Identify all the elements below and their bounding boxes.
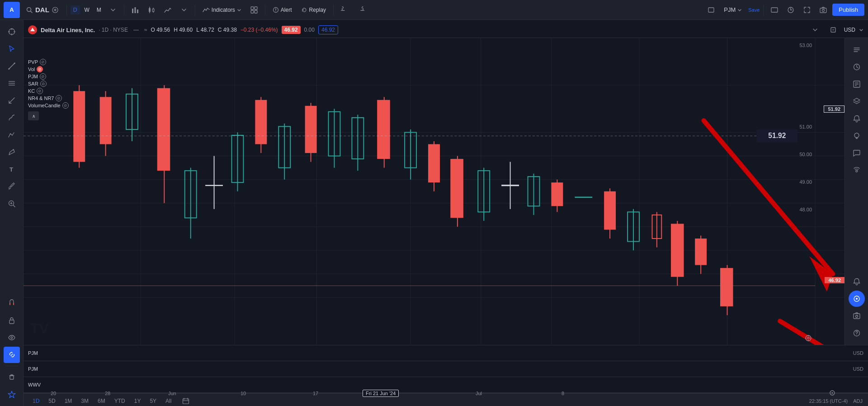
stock-logo: [28, 25, 37, 34]
ideas-icon[interactable]: [849, 128, 865, 144]
save-label[interactable]: Save: [748, 7, 760, 13]
kc-visibility-toggle[interactable]: ⊘: [37, 88, 43, 94]
favorites-tool[interactable]: [4, 386, 20, 402]
tf-M[interactable]: M: [94, 5, 104, 14]
crosshair-target-btn[interactable]: [829, 390, 835, 397]
indicators-icon: [203, 6, 210, 14]
pjm-visibility-toggle[interactable]: ⊘: [40, 73, 46, 80]
price-49: 49.00: [799, 179, 812, 185]
camera-icon[interactable]: [816, 3, 830, 17]
chart-type-dropdown[interactable]: [177, 3, 191, 17]
time-label-28: 28: [105, 391, 110, 396]
gann-tool[interactable]: [4, 92, 20, 109]
line-tool[interactable]: [4, 58, 20, 74]
indicators-collapse[interactable]: ∧: [28, 111, 39, 120]
sub-panel-pjm-1: PJM USD: [24, 345, 868, 361]
alert-icon: [273, 7, 279, 13]
rectangle-icon[interactable]: [704, 3, 718, 17]
profile-dropdown[interactable]: PJM: [720, 5, 745, 15]
tf-D[interactable]: D: [71, 5, 80, 14]
screenshot-sidebar-icon[interactable]: [849, 308, 865, 324]
watchlist-icon[interactable]: [849, 42, 865, 58]
divider-5: [333, 5, 334, 15]
broadcast-icon[interactable]: [849, 162, 865, 178]
notification-sidebar-icon[interactable]: [849, 273, 865, 290]
nr4nr7-visibility-toggle[interactable]: ⊘: [56, 95, 62, 101]
svg-rect-6: [134, 7, 136, 13]
price-scale-fit[interactable]: [826, 23, 840, 37]
screener-icon[interactable]: [783, 3, 798, 17]
timeframe-dropdown[interactable]: [106, 3, 120, 17]
parallel-lines-tool[interactable]: [4, 75, 20, 91]
tf-5d[interactable]: 5D: [45, 396, 59, 406]
sub-panel-label-pjm-2: PJM: [28, 366, 38, 372]
candle-icon[interactable]: [144, 3, 159, 17]
tf-5y[interactable]: 5Y: [146, 396, 160, 406]
data-window-icon[interactable]: [849, 76, 865, 92]
tf-ytd[interactable]: YTD: [111, 396, 129, 406]
volumecandle-visibility-toggle[interactable]: ⊘: [62, 102, 69, 109]
tf-W[interactable]: W: [82, 5, 92, 14]
replay-button[interactable]: Replay: [297, 5, 330, 15]
pvp-visibility-toggle[interactable]: ⊘: [40, 59, 46, 65]
chat-icon[interactable]: [849, 145, 865, 161]
cursor-tool[interactable]: [4, 41, 20, 57]
bar-chart-icon[interactable]: [128, 3, 142, 17]
line-chart-icon[interactable]: [160, 3, 175, 17]
app-logo[interactable]: A: [4, 2, 20, 18]
delete-all-tool[interactable]: [4, 369, 20, 385]
time-label-20: 20: [51, 391, 56, 396]
realtime-trades-icon[interactable]: [849, 291, 865, 307]
price-label-46-92-right: 46.92: [825, 277, 844, 283]
calendar-range-picker[interactable]: [179, 394, 193, 406]
help-icon[interactable]: [849, 325, 865, 341]
svg-rect-74: [100, 97, 112, 144]
tf-3m[interactable]: 3M: [77, 396, 92, 406]
tf-6m[interactable]: 6M: [94, 396, 109, 406]
magnet-icon[interactable]: [4, 295, 20, 311]
tf-1y[interactable]: 1Y: [131, 396, 145, 406]
annotation-tool[interactable]: [4, 144, 20, 160]
symbol-search[interactable]: DAL: [22, 4, 63, 15]
tf-1d[interactable]: 1D: [29, 396, 43, 406]
annotation-arrow: [704, 120, 844, 344]
fibonacci-tool[interactable]: [4, 110, 20, 126]
price-scale-down[interactable]: [808, 23, 822, 37]
goto-realtime-button[interactable]: [805, 334, 812, 343]
vol-visibility-toggle[interactable]: ⊘: [37, 66, 43, 72]
link-tool[interactable]: [4, 347, 20, 363]
clock-icon[interactable]: [849, 59, 865, 75]
sub-panel-label-pjm-1: PJM: [28, 350, 38, 356]
alerts-sidebar-icon[interactable]: [849, 110, 865, 127]
divider-4: [265, 5, 265, 15]
add-symbol-icon[interactable]: [52, 7, 58, 13]
fullscreen-icon[interactable]: [800, 3, 814, 17]
text-tool[interactable]: T: [4, 161, 20, 177]
sar-visibility-toggle[interactable]: ⊘: [40, 81, 47, 87]
tf-1m[interactable]: 1M: [61, 396, 76, 406]
currency-dropdown-icon[interactable]: [859, 28, 863, 32]
price-53: 53.00: [799, 43, 812, 48]
header-approx: ≈: [144, 27, 147, 33]
pattern-tool[interactable]: [4, 127, 20, 143]
svg-rect-119: [671, 224, 684, 277]
alert-button[interactable]: Alert: [269, 5, 296, 15]
redo-button[interactable]: [354, 3, 368, 17]
indicator-vol: Vol ⊘: [28, 66, 69, 72]
indicators-button[interactable]: Indicators: [199, 5, 245, 15]
zoom-tool[interactable]: [4, 196, 20, 212]
tf-all[interactable]: All: [162, 396, 175, 406]
eye-tool[interactable]: [4, 330, 20, 346]
crosshair-tool[interactable]: [4, 24, 20, 40]
multimonitor-icon[interactable]: [767, 3, 782, 17]
lock-tool[interactable]: [4, 312, 20, 329]
symbol-text: DAL: [35, 6, 49, 14]
undo-button[interactable]: [337, 3, 352, 17]
layers-icon[interactable]: [849, 93, 865, 110]
templates-icon[interactable]: [247, 3, 261, 17]
indicator-sar: SAR ⊘: [28, 81, 69, 87]
brush-tool[interactable]: [4, 178, 20, 195]
chart-watermark: TV: [28, 319, 55, 340]
chart-canvas[interactable]: 51.92 TV: [24, 38, 844, 345]
publish-button[interactable]: Publish: [832, 4, 864, 16]
